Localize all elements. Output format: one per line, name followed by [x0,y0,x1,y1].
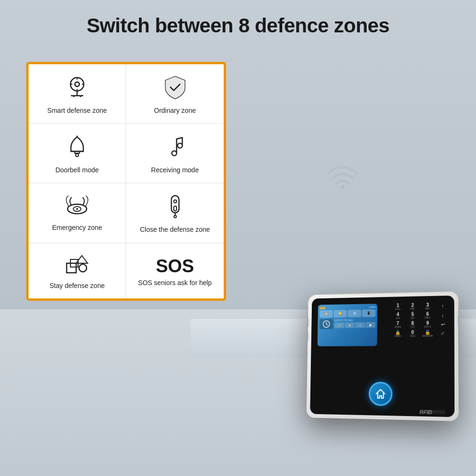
device-panel: 📶📶 ⊙ 85% 🏠 🔔 ⚙ 📱 [310,296,455,417]
svg-point-0 [70,78,84,91]
sos-label: SOS seniors ask for help [138,278,212,287]
home-button[interactable] [368,382,392,406]
page-title: Switch between 8 defence zones [0,14,476,37]
zone-stay-defense: Stay defense zone [29,243,126,298]
key-5[interactable]: 5 JKL [406,312,419,319]
key-back[interactable]: ↩ [436,321,449,328]
key-arm[interactable]: 🔒 ARM# [391,330,404,337]
key-down[interactable]: ↓ [436,311,449,319]
key-disarm[interactable]: 🔓 DISARM# [421,330,434,337]
smoke-detector-icon [65,196,89,219]
key-8[interactable]: 8 TUV [406,321,419,328]
smart-defense-label: Smart defense zone [47,106,107,115]
svg-line-32 [326,324,327,326]
key-2[interactable]: 2 ABC [406,303,419,310]
svg-point-15 [172,151,177,156]
device-body: 📶📶 ⊙ 85% 🏠 🔔 ⚙ 📱 [307,292,459,421]
zone-close-defense: Close the defense zone [126,183,224,243]
svg-point-28 [79,264,87,272]
svg-rect-21 [174,206,177,211]
doorbell-label: Doorbell mode [55,166,99,174]
key-9[interactable]: 9 WXYZ [421,321,435,328]
key-7[interactable]: 7 PQRS [391,321,404,328]
shield-icon [163,75,187,102]
key-6[interactable]: 6 MNO [421,312,435,319]
bell-icon [65,134,89,162]
keypad: 1 CALL 2 ABC 3 DEF ↑ [391,302,449,337]
zone-sos: SOS SOS seniors ask for help [126,243,224,298]
receiving-label: Receiving mode [151,166,198,174]
svg-point-22 [174,200,177,203]
wifi-icon [319,152,367,192]
shapes-icon [65,254,89,278]
stay-defense-label: Stay defense zone [50,281,105,290]
svg-rect-20 [171,196,179,213]
sos-icon: SOS [156,256,194,277]
key-3[interactable]: 3 DEF [421,303,434,310]
key-1[interactable]: 1 CALL [391,303,404,310]
zone-smart-defense: Smart defense zone [29,64,126,124]
key-0[interactable]: 0 SOS [406,330,419,337]
rfid-label: RFID [419,409,432,415]
zone-emergency: Emergency zone [29,183,126,243]
emergency-label: Emergency zone [52,223,102,232]
zone-ordinary: Ordinary zone [126,64,224,124]
svg-point-19 [76,208,78,210]
svg-point-16 [178,143,182,148]
key-fob-icon [166,194,185,221]
zone-doorbell: Doorbell mode [29,124,126,183]
brain-gear-icon [65,75,89,102]
device-screen: 📶📶 ⊙ 85% 🏠 🔔 ⚙ 📱 [317,304,377,346]
svg-point-12 [76,154,79,157]
svg-point-10 [75,82,79,86]
key-confirm[interactable]: ✓ [436,330,449,337]
svg-point-24 [174,216,176,218]
ordinary-label: Ordinary zone [154,106,196,115]
key-4[interactable]: 4 GHI [391,312,404,319]
svg-point-29 [341,185,344,188]
svg-rect-25 [67,263,76,273]
info-card: Smart defense zone Ordinary zone [26,62,226,301]
music-note-icon [163,134,187,162]
security-device: 📶📶 ⊙ 85% 🏠 🔔 ⚙ 📱 [307,292,459,421]
zone-receiving: Receiving mode [126,124,224,183]
key-up[interactable]: ↑ [436,302,449,310]
close-defense-label: Close the defense zone [140,225,210,234]
zones-grid: Smart defense zone Ordinary zone [29,64,224,298]
